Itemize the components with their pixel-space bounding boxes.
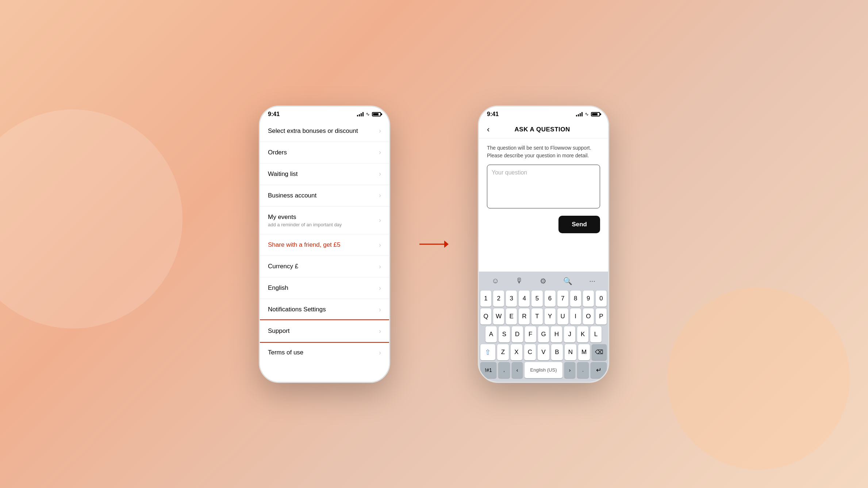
menu-item-support[interactable]: Support ›	[260, 320, 389, 342]
key-l[interactable]: L	[590, 326, 602, 342]
key-c[interactable]: C	[524, 344, 536, 360]
key-2[interactable]: 2	[493, 291, 504, 307]
key-7[interactable]: 7	[557, 291, 568, 307]
key-p[interactable]: P	[596, 308, 607, 324]
key-o[interactable]: O	[583, 308, 594, 324]
menu-item-subtitle-myevents: add a reminder of an important day	[268, 222, 376, 227]
lang-left-button[interactable]: ‹	[512, 362, 523, 378]
menu-item-bonuses[interactable]: Select extra bonuses or discount ›	[260, 120, 389, 142]
keyboard-number-row: 1 2 3 4 5 6 7 8 9 0	[480, 291, 607, 307]
ask-body: The question will be sent to Flowwow sup…	[479, 138, 608, 272]
mic-button[interactable]: 🎙	[513, 276, 526, 286]
back-button[interactable]: ‹	[487, 125, 489, 134]
wifi-icon: ∿	[366, 111, 370, 117]
chevron-icon: ›	[379, 284, 381, 292]
phone2-frame: 9:41 ∿ ‹ ASK A QUESTION The question	[478, 105, 609, 383]
search-button[interactable]: 🔍	[560, 276, 575, 286]
key-3[interactable]: 3	[506, 291, 517, 307]
keyboard-row-z: ⇧ Z X C V B N M ⌫	[480, 344, 607, 360]
send-button-row: Send	[487, 216, 600, 233]
chevron-icon: ›	[379, 241, 381, 249]
menu-item-title-support: Support	[268, 327, 376, 335]
time-display-2: 9:41	[487, 111, 499, 118]
key-t[interactable]: T	[531, 308, 542, 324]
key-6[interactable]: 6	[545, 291, 556, 307]
settings-button[interactable]: ⚙	[537, 276, 549, 286]
key-e[interactable]: E	[506, 308, 517, 324]
key-5[interactable]: 5	[531, 291, 542, 307]
key-4[interactable]: 4	[519, 291, 530, 307]
menu-item-english[interactable]: English ›	[260, 277, 389, 299]
wifi-icon-2: ∿	[585, 111, 589, 117]
signal-icon	[357, 112, 364, 116]
key-n[interactable]: N	[565, 344, 576, 360]
send-button[interactable]: Send	[558, 216, 600, 233]
settings-menu: Select extra bonuses or discount › Order…	[260, 120, 389, 364]
key-9[interactable]: 9	[583, 291, 594, 307]
key-w[interactable]: W	[493, 308, 504, 324]
menu-item-currency[interactable]: Currency £ ›	[260, 256, 389, 277]
period-key[interactable]: .	[577, 362, 589, 378]
menu-item-myevents[interactable]: My events add a reminder of an important…	[260, 207, 389, 234]
menu-item-title-share: Share with a friend, get £5	[268, 241, 376, 249]
menu-item-title-waiting: Waiting list	[268, 170, 376, 178]
key-8[interactable]: 8	[570, 291, 581, 307]
key-1[interactable]: 1	[480, 291, 491, 307]
menu-content: Select extra bonuses or discount › Order…	[260, 120, 389, 382]
key-f[interactable]: F	[525, 326, 536, 342]
key-h[interactable]: H	[551, 326, 562, 342]
numeric-switch-button[interactable]: !#1	[480, 362, 496, 378]
key-x[interactable]: X	[511, 344, 522, 360]
key-g[interactable]: G	[538, 326, 549, 342]
question-input[interactable]	[487, 165, 600, 208]
keyboard-row-q: Q W E R T Y U I O P	[480, 308, 607, 324]
chevron-icon: ›	[379, 263, 381, 270]
key-k[interactable]: K	[577, 326, 588, 342]
key-d[interactable]: D	[512, 326, 523, 342]
chevron-icon: ›	[379, 170, 381, 178]
more-button[interactable]: ···	[586, 276, 598, 286]
menu-item-waiting[interactable]: Waiting list ›	[260, 164, 389, 185]
chevron-icon: ›	[379, 127, 381, 135]
key-u[interactable]: U	[557, 308, 568, 324]
key-i[interactable]: I	[570, 308, 581, 324]
key-z[interactable]: Z	[497, 344, 509, 360]
return-key[interactable]: ↵	[591, 362, 607, 378]
space-bar[interactable]: English (US)	[525, 362, 562, 378]
menu-item-orders[interactable]: Orders ›	[260, 142, 389, 164]
key-j[interactable]: J	[564, 326, 575, 342]
keyboard-row-a: A S D F G H J K L	[480, 326, 607, 342]
keyboard: ☺ 🎙 ⚙ 🔍 ··· 1 2 3 4 5 6 7 8 9 0 Q	[479, 272, 608, 382]
phone1: 9:41 ∿ Select extra bonuses or	[259, 105, 390, 383]
comma-key[interactable]: ,	[498, 362, 510, 378]
keyboard-bottom-row: !#1 , ‹ English (US) › . ↵	[480, 362, 607, 378]
key-b[interactable]: B	[551, 344, 563, 360]
menu-item-share[interactable]: Share with a friend, get £5 ›	[260, 234, 389, 256]
status-bar-left: 9:41 ∿	[260, 107, 389, 120]
lang-right-button[interactable]: ›	[564, 362, 575, 378]
shift-icon: ⇧	[485, 348, 491, 357]
key-s[interactable]: S	[499, 326, 510, 342]
status-bar-right: 9:41 ∿	[479, 107, 608, 120]
menu-item-title-bonuses: Select extra bonuses or discount	[268, 127, 376, 135]
emoji-button[interactable]: ☺	[489, 276, 502, 286]
key-y[interactable]: Y	[545, 308, 556, 324]
key-r[interactable]: R	[519, 308, 530, 324]
key-q[interactable]: Q	[480, 308, 491, 324]
menu-item-terms[interactable]: Terms of use ›	[260, 342, 389, 363]
chevron-icon: ›	[379, 149, 381, 156]
battery-icon-2	[591, 112, 600, 116]
menu-item-title-orders: Orders	[268, 149, 376, 157]
menu-item-business[interactable]: Business account ›	[260, 185, 389, 207]
key-m[interactable]: M	[578, 344, 590, 360]
menu-item-title-english: English	[268, 284, 376, 292]
key-0[interactable]: 0	[596, 291, 607, 307]
shift-button[interactable]: ⇧	[480, 344, 495, 360]
key-v[interactable]: V	[538, 344, 549, 360]
chevron-icon: ›	[379, 327, 381, 335]
menu-item-notifications[interactable]: Notifications Settings ›	[260, 299, 389, 320]
key-a[interactable]: A	[485, 326, 497, 342]
backspace-button[interactable]: ⌫	[592, 344, 607, 360]
status-icons-2: ∿	[576, 111, 600, 117]
menu-item-title-notifications: Notifications Settings	[268, 306, 376, 314]
